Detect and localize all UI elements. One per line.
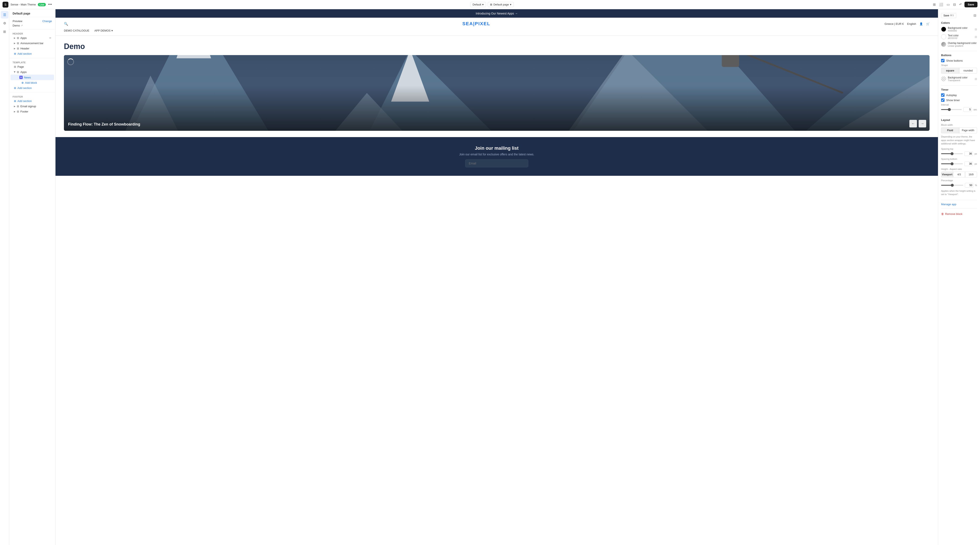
ratio-4-3-btn[interactable]: 4/3	[953, 172, 965, 177]
email-input[interactable]	[465, 159, 528, 167]
bg-color-row: Background color #000000 ⊟	[941, 27, 977, 32]
news-app-icon: N	[19, 76, 23, 79]
percentage-thumb[interactable]	[951, 184, 954, 187]
sidebar-item-announcement[interactable]: ▶ ⊞ Announcement bar	[11, 41, 54, 46]
undo-icon[interactable]: ↶	[958, 2, 963, 7]
rp-copy-button[interactable]: ⊟	[973, 13, 977, 18]
left-panel: Default page Preview Change Demo ↗ Heade…	[9, 9, 56, 545]
desktop-icon[interactable]: ⊞	[932, 2, 937, 7]
footer-signup: Join our mailing list Join our email lis…	[56, 137, 938, 176]
text-color-swatch[interactable]	[941, 34, 946, 39]
shape-square-btn[interactable]: square	[941, 68, 959, 73]
shape-rounded-btn[interactable]: rounded	[959, 68, 977, 73]
remove-block-button[interactable]: 🗑 Remove block	[941, 211, 977, 217]
add-block-button[interactable]: ⊕ Add block	[11, 80, 54, 85]
colors-title: Colors	[941, 21, 977, 24]
interval-value-input[interactable]	[963, 107, 972, 112]
slider-image: Finding Flow: The Zen of Snowboarding ← …	[64, 55, 929, 131]
sidebar-item-email-signup[interactable]: ▶ ⊞ Email signup	[11, 104, 54, 109]
slider-overlay	[64, 55, 929, 131]
spacing-bottom-thumb[interactable]	[951, 163, 953, 165]
show-buttons-checkbox[interactable]	[941, 59, 945, 62]
autoplay-checkbox[interactable]	[941, 93, 945, 97]
nav-app-demos[interactable]: APP DEMOS ▾	[94, 29, 113, 32]
sidebar-item-footer[interactable]: ▶ ⊞ Footer	[11, 109, 54, 114]
sidebar-item-header[interactable]: ▶ ⊞ Header	[11, 46, 54, 51]
ratio-16-9-btn[interactable]: 16/9	[965, 172, 977, 177]
copy-icon[interactable]: ⊟	[975, 28, 977, 31]
overlay-color-swatch[interactable]	[941, 42, 946, 47]
show-buttons-label: Show buttons	[946, 59, 963, 62]
copy-icon3[interactable]: ⊟	[975, 77, 977, 81]
fluid-btn[interactable]: Fluid	[941, 127, 959, 133]
show-timer-label: Show timer	[946, 99, 960, 102]
more-button[interactable]: •••	[48, 2, 52, 7]
spacing-bottom-input[interactable]	[964, 161, 973, 166]
left-panel-header: Default page	[9, 9, 55, 17]
add-section-template[interactable]: ⊕ Add section	[11, 85, 54, 91]
divider5	[941, 208, 977, 209]
footer-section-label: Footer	[9, 94, 55, 99]
mobile-icon[interactable]: ▭	[946, 2, 951, 7]
show-timer-checkbox[interactable]	[941, 99, 945, 102]
grid-icon[interactable]: ⊟	[952, 2, 957, 7]
account-icon[interactable]: 👤	[920, 22, 923, 25]
sidebar-icons: ☰ ⚙ ⊞	[0, 9, 9, 545]
add-section-footer[interactable]: ⊕ Add section	[11, 99, 54, 104]
right-panel-save-row: Save ⌘S ⊟	[941, 13, 977, 18]
sidebar-item-page[interactable]: ⊞ Page	[11, 64, 54, 69]
sidebar-item-apps-group[interactable]: ▶ ⊞ Apps	[11, 69, 54, 75]
email-signup-label: Email signup	[21, 105, 51, 108]
next-slide-button[interactable]: →	[919, 120, 926, 127]
shape-label: Shape	[941, 64, 977, 67]
sidebar-item-apps[interactable]: ▶ ⊞ Apps 👁	[11, 35, 54, 41]
change-link[interactable]: Change	[42, 19, 52, 23]
settings-icon[interactable]: ⚙	[1, 19, 8, 27]
bg-color-swatch[interactable]	[941, 27, 946, 32]
default-page-selector[interactable]: ⊞ Default page ▾	[488, 2, 514, 7]
width-description: Depending on your theme, the apps sectio…	[941, 135, 977, 145]
overlay-color-info: Overlay background color Linear gradient	[948, 41, 977, 47]
sections-icon[interactable]: ☰	[1, 11, 8, 19]
rp-save-label: Save	[943, 14, 949, 17]
autoplay-row: Autoplay	[941, 93, 977, 97]
prev-slide-button[interactable]: ←	[909, 120, 917, 127]
shape-row: square rounded	[941, 68, 977, 73]
header-nav: DEMO CATALOGUE APP DEMOS ▾	[64, 29, 929, 32]
add-section-footer-label: Add section	[18, 99, 32, 103]
nav-app-demos-label: APP DEMOS	[94, 29, 111, 32]
percentage-input[interactable]	[965, 183, 973, 188]
divider2	[941, 85, 977, 86]
btn-bg-swatch[interactable]	[941, 76, 946, 81]
main-layout: ☰ ⚙ ⊞ Default page Preview Change Demo ↗…	[0, 9, 980, 545]
add-section-header[interactable]: ⊕ Add section	[11, 51, 54, 56]
default-selector[interactable]: Default ▾	[470, 2, 486, 7]
search-icon[interactable]: 🔍	[64, 22, 68, 26]
demo-row: Demo ↗	[9, 24, 55, 27]
spacing-top-input[interactable]	[964, 151, 973, 156]
store-logo: SEA|PIXEL	[462, 21, 490, 27]
plus-icon3: ⊕	[14, 86, 16, 89]
interval-thumb[interactable]	[948, 108, 951, 111]
spacing-top-thumb[interactable]	[951, 152, 953, 155]
manage-app-link[interactable]: Manage app	[941, 203, 977, 206]
page-width-btn[interactable]: Page width	[959, 127, 977, 133]
cart-icon[interactable]: 🛒	[926, 22, 929, 25]
rp-save-button[interactable]: Save ⌘S	[941, 13, 956, 18]
nav-demo-catalogue[interactable]: DEMO CATALOGUE	[64, 29, 89, 32]
block-width-label: Block width	[941, 124, 977, 126]
store-header: 🔍 SEA|PIXEL Greece | EUR € English 👤 🛒 D…	[56, 18, 938, 36]
bg-color-label: Background color	[948, 27, 973, 29]
sidebar-item-news[interactable]: N News	[11, 75, 54, 80]
tablet-icon[interactable]: ⬜	[938, 2, 944, 7]
save-button[interactable]: Save	[964, 2, 977, 7]
interval-unit: sec	[974, 108, 977, 111]
eye-icon[interactable]: 👁	[49, 37, 51, 40]
percentage-row: %	[941, 183, 977, 188]
spacing-top-row: px	[941, 151, 977, 156]
apps-icon[interactable]: ⊞	[1, 28, 8, 35]
copy-icon2[interactable]: ⊟	[975, 35, 977, 38]
viewport-btn[interactable]: Viewport	[941, 172, 953, 177]
announcement-bar: Introducing Our Newest Apps →	[56, 9, 938, 18]
store-header-top: 🔍 SEA|PIXEL Greece | EUR € English 👤 🛒	[64, 21, 929, 27]
